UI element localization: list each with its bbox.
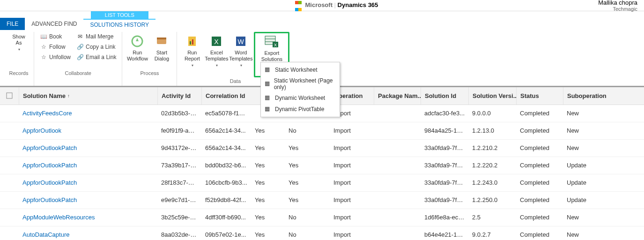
- star-off-icon: ☆: [40, 53, 47, 61]
- cell-correlation-id: f52b9db8-42f...: [201, 196, 251, 203]
- grid-body: ActivityFeedsCore02d3b5b3-02...ec5a5078-…: [0, 105, 644, 240]
- menu-item-static-worksheet[interactable]: ▦Static Worksheet: [261, 64, 340, 75]
- excel-templates-button[interactable]: X Excel Templates: [205, 32, 228, 70]
- cell-solution-id: 33a0fda9-7f9...: [421, 162, 468, 169]
- cell-solution-name[interactable]: AutoDataCapture: [19, 231, 157, 238]
- ribbon-tabstrip: FILE ADVANCED FIND LIST TOOLS SOLUTIONS …: [0, 11, 644, 30]
- follow-button[interactable]: ☆Follow: [38, 42, 73, 52]
- cell-operation: Import: [330, 179, 374, 186]
- report-icon: [185, 34, 200, 49]
- ribbon-group-label: Process: [141, 69, 159, 78]
- cell-suboperation: Update: [563, 196, 610, 203]
- cell-correlation-id: 09b57e02-1e...: [201, 231, 251, 238]
- cell-solution-name[interactable]: AppforOutlook: [19, 127, 157, 134]
- col-correlation-id[interactable]: Correlation Id: [201, 87, 251, 105]
- cell-activity-id: 73a39b17-da...: [157, 162, 201, 169]
- col-status[interactable]: Status: [516, 87, 563, 105]
- cell-status: Completed: [516, 162, 563, 169]
- cell-status: Completed: [516, 110, 563, 117]
- cell-status: Completed: [516, 214, 563, 221]
- cell-correlation-id: ec5a5078-f1e...: [201, 110, 251, 117]
- col-solution-id[interactable]: Solution Id: [421, 87, 468, 105]
- cell-solution-id: b64e4e21-15...: [421, 231, 468, 238]
- cell-solution-id: adcfac30-fe3...: [421, 110, 468, 117]
- user-area[interactable]: Mallika chopra Techmagic: [598, 0, 644, 12]
- email-link-button[interactable]: 🔗Email a Link: [74, 52, 118, 62]
- cell-solution-name[interactable]: AppModuleWebResources: [19, 214, 157, 221]
- ribbon-group-process: Run Workflow Start Dialog Process: [122, 32, 177, 86]
- cell-solution-id: 1d6f6e8a-ec0...: [421, 214, 468, 221]
- book-button[interactable]: 📖Book: [38, 32, 73, 41]
- app-topbar: Microsoft | Dynamics 365 Mallika chopra …: [0, 0, 644, 11]
- run-workflow-button[interactable]: Run Workflow: [126, 32, 148, 64]
- ribbon-group-records: Show As Records: [4, 32, 34, 86]
- start-dialog-button[interactable]: Start Dialog: [150, 32, 173, 64]
- cell-activity-id: 3b25c59e-11...: [157, 214, 201, 221]
- select-all-checkbox[interactable]: [0, 87, 19, 105]
- tab-solutions-history[interactable]: SOLUTIONS HISTORY: [83, 19, 155, 30]
- col-package-name[interactable]: Package Nam...: [374, 87, 421, 105]
- cell-solution-name[interactable]: AppforOutlookPatch: [19, 162, 157, 169]
- mail-merge-button[interactable]: ✉Mail Merge: [74, 32, 118, 41]
- col-suboperation[interactable]: Suboperation: [563, 87, 610, 105]
- cell-suboperation: New: [563, 127, 610, 134]
- cell-solution-version: 1.2.243.0: [468, 179, 516, 186]
- cell-solution-name[interactable]: AppforOutlookPatch: [19, 179, 157, 186]
- cell-suboperation: New: [563, 231, 610, 238]
- cell-solution-name[interactable]: AppforOutlookPatch: [19, 144, 157, 151]
- cell-status: Completed: [516, 196, 563, 203]
- cell-activity-id: e9e9c7d1-d6...: [157, 196, 201, 203]
- table-row[interactable]: AppforOutlookPatch73a39b17-da...bdd0bd32…: [0, 157, 644, 174]
- table-row[interactable]: AppforOutlookfe0f91f9-a11...656a2c14-34.…: [0, 122, 644, 140]
- cell-correlation-id: 656a2c14-34...: [201, 127, 251, 134]
- cell-is-overwrite: Yes: [285, 144, 330, 151]
- cell-correlation-id: 4dff30ff-b690...: [201, 214, 251, 221]
- copy-link-button[interactable]: 🔗Copy a Link: [74, 42, 118, 52]
- col-solution-name[interactable]: Solution Name↑: [19, 87, 157, 105]
- menu-item-dynamic-worksheet[interactable]: ▦Dynamic Worksheet: [261, 92, 340, 104]
- menu-item-static-worksheet-page[interactable]: ▦Static Worksheet (Page only): [261, 75, 340, 92]
- col-solution-version[interactable]: Solution Versi...: [468, 87, 516, 105]
- sort-asc-icon: ↑: [67, 93, 70, 98]
- cell-is-overwrite: No: [285, 127, 330, 134]
- cell-solution-version: 1.2.13.0: [468, 127, 516, 134]
- table-row[interactable]: AutoDataCapture8aa032de-15...09b57e02-1e…: [0, 226, 644, 240]
- cell-solution-name[interactable]: AppforOutlookPatch: [19, 196, 157, 203]
- excel-icon: X: [209, 34, 224, 49]
- tab-advanced-find[interactable]: ADVANCED FIND: [25, 18, 83, 30]
- cell-operation: Import: [330, 196, 374, 203]
- chevron-down-icon: [191, 62, 193, 68]
- word-templates-button[interactable]: W Word Templates: [229, 32, 252, 70]
- cell-is-managed: Yes: [251, 127, 285, 134]
- book-icon: 📖: [40, 33, 47, 40]
- svg-text:W: W: [238, 38, 244, 45]
- ribbon-group-label: Records: [9, 69, 29, 78]
- run-report-button[interactable]: Run Report: [181, 32, 203, 70]
- excel-small-icon: ▦: [265, 80, 271, 88]
- org-name: Techmagic: [598, 6, 637, 12]
- cell-operation: Import: [330, 162, 374, 169]
- col-activity-id[interactable]: Activity Id: [157, 87, 201, 105]
- svg-rect-2: [157, 38, 166, 39]
- tab-context-group: LIST TOOLS SOLUTIONS HISTORY: [83, 11, 155, 30]
- show-as-button[interactable]: Show As: [7, 32, 30, 54]
- brand-area: Microsoft | Dynamics 365: [75, 0, 598, 13]
- chevron-down-icon: [215, 62, 218, 68]
- email-link-icon: 🔗: [76, 53, 84, 61]
- export-dropdown-menu: ▦Static Worksheet ▦Static Worksheet (Pag…: [260, 62, 340, 117]
- cell-activity-id: 8aa032de-15...: [157, 231, 201, 238]
- export-excel-icon: X: [264, 34, 279, 49]
- cell-solution-version: 1.2.250.0: [468, 196, 516, 203]
- cell-activity-id: 02d3b5b3-02...: [157, 110, 201, 117]
- table-row[interactable]: AppforOutlookPatche9e9c7d1-d6...f52b9db8…: [0, 192, 644, 209]
- tab-file[interactable]: FILE: [0, 18, 25, 30]
- table-row[interactable]: AppforOutlookPatch9d43172e-44...656a2c14…: [0, 140, 644, 157]
- table-row[interactable]: AppModuleWebResources3b25c59e-11...4dff3…: [0, 209, 644, 226]
- cell-solution-name[interactable]: ActivityFeedsCore: [19, 110, 157, 117]
- menu-item-dynamic-pivottable[interactable]: ▦Dynamic PivotTable: [261, 104, 340, 115]
- cell-operation: Import: [330, 214, 374, 221]
- star-icon: ☆: [40, 43, 47, 51]
- table-row[interactable]: AppforOutlookPatch28f183c7-197...106cbcf…: [0, 174, 644, 192]
- cell-solution-version: 9.0.0.0: [468, 110, 516, 117]
- unfollow-button[interactable]: ☆Unfollow: [38, 52, 73, 62]
